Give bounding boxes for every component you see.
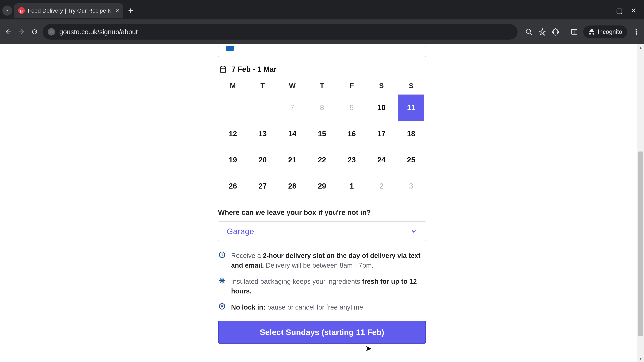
select-delivery-day-button[interactable]: Select Sundays (starting 11 Feb) (218, 321, 426, 344)
tab-title: Food Delivery | Try Our Recipe K (28, 7, 112, 14)
browser-toolbar: gousto.co.uk/signup/about Incognito (0, 19, 644, 44)
calendar-icon (219, 65, 227, 73)
maximize-button[interactable]: ▢ (616, 6, 623, 15)
safe-place-question: Where can we leave your box if you're no… (218, 209, 426, 217)
calendar-day: 7 (279, 94, 305, 121)
calendar-day[interactable]: 17 (368, 121, 394, 147)
calendar-day[interactable]: 16 (339, 121, 365, 147)
reload-button[interactable] (30, 27, 40, 37)
tab-search-button[interactable] (2, 5, 12, 15)
calendar-range-label: 7 Feb - 1 Mar (232, 65, 276, 73)
svg-rect-1 (572, 29, 577, 34)
safe-place-select[interactable]: Garage (218, 221, 426, 241)
weekday-header: S (366, 82, 396, 94)
calendar-day: 2 (368, 173, 394, 199)
toolbar-right: Incognito (524, 25, 641, 38)
calendar-day[interactable]: 14 (279, 121, 305, 147)
forward-button[interactable] (16, 27, 26, 37)
clock-icon (218, 251, 226, 259)
calendar-day[interactable]: 25 (398, 147, 424, 173)
pause-cycle-icon (218, 302, 226, 310)
browser-tab[interactable]: g Food Delivery | Try Our Recipe K × (14, 3, 123, 18)
info-packaging: Insulated packaging keeps your ingredien… (218, 277, 426, 296)
calendar-day[interactable]: 24 (368, 147, 394, 173)
info-packaging-text: Insulated packaging keeps your ingredien… (231, 277, 426, 296)
calendar-day[interactable]: 10 (368, 94, 394, 121)
tab-favicon: g (18, 7, 25, 14)
tab-close-button[interactable]: × (116, 7, 119, 14)
calendar-day[interactable]: 27 (250, 173, 276, 199)
mouse-cursor: ➤ (365, 344, 372, 353)
calendar-day[interactable]: 12 (220, 121, 246, 147)
calendar-day[interactable]: 21 (279, 147, 305, 173)
minimize-button[interactable]: ― (601, 6, 608, 15)
page-viewport: ▴ ▾ 7 Feb - 1 Mar MTWTFSS 78910111213141… (0, 44, 644, 362)
calendar-day[interactable]: 20 (250, 147, 276, 173)
signup-delivery-step: 7 Feb - 1 Mar MTWTFSS 789101112131415161… (218, 44, 426, 344)
calendar-day[interactable]: 29 (309, 173, 335, 199)
calendar-day: 3 (398, 173, 424, 199)
info-no-lock-in: No lock in: pause or cancel for free any… (218, 302, 426, 312)
safe-place-value: Garage (227, 227, 254, 236)
info-delivery-slot-text: Receive a 2-hour delivery slot on the da… (231, 251, 426, 270)
window-controls: ― ▢ ✕ (601, 6, 642, 15)
search-icon[interactable] (524, 27, 533, 36)
address-bar[interactable]: gousto.co.uk/signup/about (42, 24, 518, 39)
weekday-header: W (278, 82, 307, 94)
calendar-day[interactable]: 1 (339, 173, 365, 199)
scroll-up-arrow[interactable]: ▴ (638, 45, 643, 50)
calendar-day[interactable]: 23 (339, 147, 365, 173)
url-text: gousto.co.uk/signup/about (59, 28, 138, 36)
chevron-down-icon (410, 228, 417, 235)
svg-point-4 (636, 33, 637, 34)
back-button[interactable] (3, 27, 14, 37)
svg-point-6 (219, 304, 225, 309)
calendar-day[interactable]: 11 (398, 94, 424, 121)
incognito-label: Incognito (598, 28, 622, 35)
toolbar-separator (565, 27, 565, 37)
close-window-button[interactable]: ✕ (631, 6, 636, 15)
calendar-day[interactable]: 26 (220, 173, 246, 199)
calendar-day[interactable]: 18 (398, 121, 424, 147)
incognito-badge[interactable]: Incognito (583, 25, 627, 38)
scrollbar-thumb[interactable] (638, 151, 643, 336)
menu-icon[interactable] (632, 27, 641, 36)
side-panel-icon[interactable] (570, 27, 578, 36)
calendar-grid: MTWTFSS 78910111213141516171819202122232… (218, 82, 426, 199)
new-tab-button[interactable]: + (128, 5, 133, 15)
scroll-down-arrow[interactable]: ▾ (638, 356, 643, 361)
hint-banner (218, 46, 426, 57)
svg-point-3 (636, 31, 637, 32)
svg-point-2 (636, 29, 637, 30)
info-no-lock-in-text: No lock in: pause or cancel for free any… (231, 302, 363, 312)
weekday-header: F (337, 82, 366, 94)
tab-strip: g Food Delivery | Try Our Recipe K × + ―… (0, 0, 644, 19)
calendar-day[interactable]: 22 (309, 147, 335, 173)
delivery-info-list: Receive a 2-hour delivery slot on the da… (218, 251, 426, 312)
svg-point-0 (526, 29, 530, 33)
weekday-header: T (248, 82, 278, 94)
calendar-day[interactable]: 28 (279, 173, 305, 199)
snowflake-icon (218, 277, 226, 285)
site-info-icon[interactable] (48, 28, 55, 35)
weekday-header: S (396, 82, 426, 94)
weekday-header: M (218, 82, 248, 94)
calendar-day[interactable]: 15 (309, 121, 335, 147)
extensions-icon[interactable] (552, 27, 560, 36)
info-delivery-slot: Receive a 2-hour delivery slot on the da… (218, 251, 426, 270)
calendar-day[interactable]: 19 (220, 147, 246, 173)
calendar-range: 7 Feb - 1 Mar (218, 65, 426, 73)
weekday-header: T (307, 82, 337, 94)
calendar-day: 9 (339, 94, 365, 121)
browser-chrome: g Food Delivery | Try Our Recipe K × + ―… (0, 0, 644, 44)
calendar-day: 8 (309, 94, 335, 121)
bookmark-icon[interactable] (538, 27, 547, 36)
calendar-day[interactable]: 13 (250, 121, 276, 147)
